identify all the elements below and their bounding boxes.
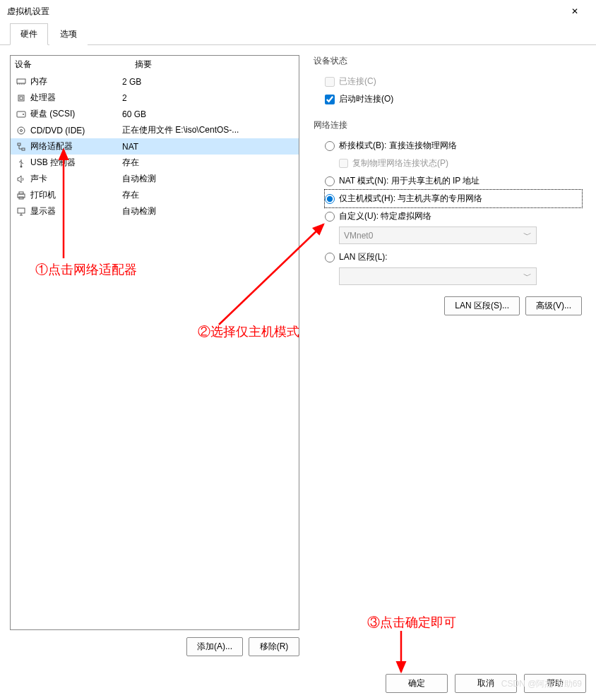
display-icon [15, 206, 28, 217]
svg-rect-11 [18, 143, 20, 145]
device-status-title: 设备状态 [314, 55, 582, 67]
nat-radio[interactable] [325, 176, 335, 186]
device-row-cd[interactable]: CD/DVD (IDE)正在使用文件 E:\iso\CentOS-... [11, 122, 299, 138]
device-name: 硬盘 (SCSI) [30, 108, 75, 120]
hostonly-radio-row[interactable]: 仅主机模式(H): 与主机共享的专用网络 [325, 190, 582, 207]
header-device: 设备 [15, 59, 135, 71]
device-summary: 2 [122, 93, 294, 103]
network-icon [15, 141, 28, 152]
svg-rect-7 [17, 111, 25, 117]
svg-point-10 [20, 129, 23, 131]
tab-hardware[interactable]: 硬件 [10, 23, 48, 45]
content-area: 设备 摘要 内存2 GB处理器2硬盘 (SCSI)60 GBCD/DVD (ID… [0, 45, 596, 666]
advanced-button[interactable]: 高级(V)... [525, 296, 582, 315]
replicate-checkbox [339, 159, 348, 168]
replicate-label: 复制物理网络连接状态(P) [352, 157, 448, 169]
close-button[interactable]: ✕ [561, 1, 589, 21]
chevron-down-icon: ﹀ [523, 270, 532, 282]
svg-point-9 [18, 127, 25, 134]
device-summary: 正在使用文件 E:\iso\CentOS-... [122, 124, 294, 136]
device-name: USB 控制器 [30, 157, 76, 169]
sound-icon [15, 174, 28, 185]
device-status-group: 设备状态 已连接(C) 启动时连接(O) [314, 55, 582, 108]
network-connection-title: 网络连接 [314, 119, 582, 131]
connected-label: 已连接(C) [339, 76, 376, 88]
watermark: CSDN @阿杰 帮助69 [501, 678, 582, 690]
connected-checkbox [325, 77, 335, 87]
close-icon: ✕ [571, 6, 578, 16]
header-summary: 摘要 [135, 59, 152, 71]
cpu-icon [15, 92, 28, 104]
svg-rect-0 [17, 79, 25, 83]
svg-rect-17 [18, 208, 25, 213]
memory-icon [15, 76, 28, 88]
device-name: 打印机 [30, 189, 56, 201]
bridged-label: 桥接模式(B): 直接连接物理网络 [339, 140, 457, 152]
cd-icon [15, 125, 28, 136]
disk-icon [15, 109, 28, 120]
device-summary: 自动检测 [122, 173, 294, 185]
device-name: CD/DVD (IDE) [30, 126, 85, 135]
device-name: 网络适配器 [30, 140, 73, 152]
network-connection-group: 网络连接 桥接模式(B): 直接连接物理网络 复制物理网络连接状态(P) NAT… [314, 119, 582, 285]
svg-rect-15 [19, 192, 23, 194]
chevron-down-icon: ﹀ [523, 229, 532, 241]
device-row-disk[interactable]: 硬盘 (SCSI)60 GB [11, 106, 299, 122]
custom-vmnet-dropdown: VMnet0 ﹀ [339, 227, 537, 244]
device-row-display[interactable]: 显示器自动检测 [11, 203, 299, 219]
hostonly-label: 仅主机模式(H): 与主机共享的专用网络 [339, 193, 482, 205]
usb-icon [15, 157, 28, 169]
device-name: 内存 [30, 76, 47, 88]
custom-radio-row[interactable]: 自定义(U): 特定虚拟网络 [325, 207, 582, 225]
window-title: 虚拟机设置 [7, 6, 561, 18]
svg-point-8 [23, 114, 24, 115]
svg-rect-5 [18, 95, 24, 101]
device-row-usb[interactable]: USB 控制器存在 [11, 155, 299, 171]
lansegment-radio-row[interactable]: LAN 区段(L): [325, 248, 582, 266]
bridged-radio[interactable] [325, 141, 335, 151]
lan-segments-button[interactable]: LAN 区段(S)... [444, 296, 520, 315]
lansegment-label: LAN 区段(L): [339, 251, 388, 263]
printer-icon [15, 190, 28, 201]
device-name: 显示器 [30, 205, 56, 217]
titlebar: 虚拟机设置 ✕ [0, 0, 596, 23]
hostonly-radio[interactable] [325, 194, 335, 204]
left-button-bar: 添加(A)... 移除(R) [10, 630, 299, 656]
device-list-header: 设备 摘要 [11, 56, 299, 73]
custom-radio[interactable] [325, 212, 335, 222]
tab-bar: 硬件 选项 [0, 23, 596, 45]
left-panel: 设备 摘要 内存2 GB处理器2硬盘 (SCSI)60 GBCD/DVD (ID… [10, 55, 299, 656]
device-row-network[interactable]: 网络适配器NAT [11, 138, 299, 155]
device-row-memory[interactable]: 内存2 GB [11, 73, 299, 90]
device-summary: 自动检测 [122, 205, 294, 217]
svg-rect-6 [20, 97, 23, 99]
connected-checkbox-row[interactable]: 已连接(C) [325, 73, 582, 90]
connect-poweron-checkbox[interactable] [325, 95, 335, 104]
device-summary: 2 GB [122, 77, 294, 87]
bridged-radio-row[interactable]: 桥接模式(B): 直接连接物理网络 [325, 137, 582, 155]
tab-options[interactable]: 选项 [49, 23, 88, 45]
device-list: 设备 摘要 内存2 GB处理器2硬盘 (SCSI)60 GBCD/DVD (ID… [10, 55, 299, 630]
connect-poweron-row[interactable]: 启动时连接(O) [325, 90, 582, 108]
svg-rect-12 [22, 148, 25, 150]
ok-button[interactable]: 确定 [386, 674, 448, 693]
device-summary: 存在 [122, 189, 294, 201]
device-name: 声卡 [30, 173, 47, 185]
nat-label: NAT 模式(N): 用于共享主机的 IP 地址 [339, 175, 479, 187]
svg-point-13 [20, 165, 23, 167]
device-summary: 存在 [122, 157, 294, 169]
device-name: 处理器 [30, 92, 56, 104]
nat-radio-row[interactable]: NAT 模式(N): 用于共享主机的 IP 地址 [325, 172, 582, 190]
device-row-printer[interactable]: 打印机存在 [11, 187, 299, 203]
remove-button[interactable]: 移除(R) [249, 637, 299, 656]
lansegment-radio[interactable] [325, 253, 335, 262]
lansegment-dropdown: ﹀ [339, 267, 537, 285]
connect-poweron-label: 启动时连接(O) [339, 93, 393, 105]
device-row-cpu[interactable]: 处理器2 [11, 90, 299, 106]
device-row-sound[interactable]: 声卡自动检测 [11, 171, 299, 187]
right-button-bar: LAN 区段(S)... 高级(V)... [314, 296, 582, 315]
add-button[interactable]: 添加(A)... [186, 637, 243, 656]
right-panel: 设备状态 已连接(C) 启动时连接(O) 网络连接 桥接模式(B): 直接连接物… [309, 55, 586, 656]
device-summary: 60 GB [122, 109, 294, 119]
device-summary: NAT [122, 142, 294, 152]
